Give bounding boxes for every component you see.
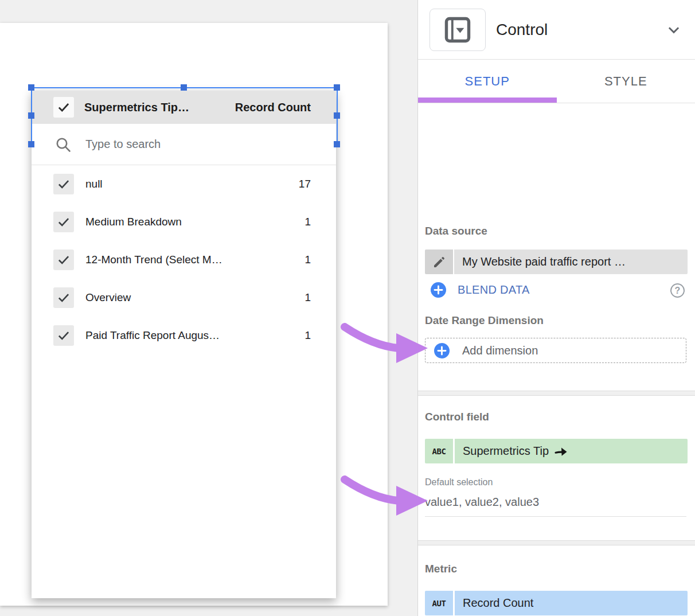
list-item-label: 12-Month Trend (Select M… (85, 254, 304, 266)
control-field-chip[interactable]: ABC Supermetrics Tip (425, 439, 688, 463)
row-checkbox[interactable] (53, 212, 74, 232)
filter-control-list[interactable]: Supermetrics Tip… Record Count null 17 M… (32, 91, 336, 598)
list-item[interactable]: 12-Month Trend (Select M… 1 (32, 241, 336, 279)
data-source-label: Data source (425, 225, 487, 237)
input-underline (425, 516, 686, 517)
panel-header: Control (418, 0, 695, 60)
metric-field-name: Record Count (455, 591, 688, 615)
annotation-arrow-metric (340, 475, 431, 524)
resize-handle-bottom-left[interactable] (28, 141, 34, 147)
resize-handle-bottom-right[interactable] (334, 141, 340, 147)
list-item[interactable]: Paid Traffic Report Augus… 1 (32, 317, 336, 354)
list-item-label: Medium Breakdown (85, 216, 304, 228)
list-item-count: 1 (304, 291, 311, 304)
check-icon (56, 252, 71, 267)
panel-title: Control (496, 21, 665, 39)
list-item-label: null (85, 178, 299, 190)
list-item-count: 1 (304, 254, 311, 266)
row-checkbox[interactable] (53, 325, 74, 346)
data-source-name: My Website paid traffic report … (454, 249, 688, 274)
list-item-label: Paid Traffic Report Augus… (85, 329, 304, 342)
metric-label: Metric (425, 563, 457, 575)
control-field-label: Control field (425, 411, 489, 423)
control-field-name: Supermetrics Tip (455, 439, 688, 463)
row-checkbox[interactable] (53, 249, 74, 270)
select-all-checkbox[interactable] (53, 97, 74, 118)
resize-handle-middle-right[interactable] (334, 112, 340, 119)
control-metric-header: Record Count (235, 101, 311, 114)
add-dimension-button[interactable]: Add dimension (425, 338, 686, 363)
default-selection-label: Default selection (425, 477, 493, 488)
check-icon (56, 215, 71, 229)
properties-panel: Control SETUP STYLE Data source My Websi… (417, 0, 695, 616)
row-checkbox[interactable] (53, 287, 74, 308)
search-icon (54, 136, 72, 153)
check-icon (56, 328, 71, 343)
list-item[interactable]: null 17 (32, 165, 336, 203)
search-input[interactable] (84, 137, 311, 151)
looker-studio-editor: Supermetrics Tip… Record Count null 17 M… (0, 0, 695, 616)
row-checkbox[interactable] (53, 174, 74, 194)
active-tab-indicator (418, 98, 557, 103)
resize-handle-top-middle[interactable] (181, 84, 187, 91)
check-icon (56, 177, 71, 192)
pencil-icon (432, 255, 446, 269)
blend-data-button[interactable]: BLEND DATA (431, 282, 530, 298)
control-type-button[interactable] (430, 9, 486, 51)
add-dimension-label: Add dimension (462, 344, 538, 357)
data-source-chip[interactable]: My Website paid traffic report … (425, 249, 688, 274)
section-divider (418, 540, 695, 545)
dropdown-control-icon (443, 15, 473, 45)
resize-handle-top-right[interactable] (334, 84, 340, 91)
check-icon (56, 290, 71, 305)
resize-handle-top-left[interactable] (28, 84, 34, 91)
metric-chip[interactable]: AUT Record Count (425, 591, 688, 615)
check-icon (56, 100, 71, 115)
field-name-text: Supermetrics Tip (463, 445, 549, 458)
list-item-count: 1 (304, 216, 311, 228)
edit-data-source-button[interactable] (425, 249, 453, 274)
question-mark-icon[interactable]: ? (670, 283, 685, 298)
resize-handle-middle-left[interactable] (28, 112, 34, 119)
list-item-label: Overview (85, 291, 304, 304)
plus-icon (431, 282, 446, 298)
list-item-count: 17 (299, 178, 311, 190)
control-dimension-header: Supermetrics Tip… (84, 101, 235, 114)
filter-search-row[interactable] (32, 124, 336, 165)
panel-tabs: SETUP STYLE (418, 60, 695, 103)
list-item-count: 1 (304, 329, 311, 342)
plus-icon (434, 343, 450, 358)
list-item[interactable]: Medium Breakdown 1 (32, 203, 336, 241)
chevron-down-icon[interactable] (665, 21, 682, 38)
tab-style[interactable]: STYLE (557, 60, 695, 103)
tab-setup[interactable]: SETUP (418, 60, 557, 103)
filter-control-header[interactable]: Supermetrics Tip… Record Count (32, 91, 336, 124)
list-item[interactable]: Overview 1 (32, 279, 336, 317)
default-selection-value[interactable]: value1, value2, value3 (425, 496, 539, 509)
right-arrow-icon (554, 445, 568, 458)
field-type-badge: ABC (425, 439, 453, 463)
metric-type-badge: AUT (425, 591, 453, 615)
date-range-dimension-label: Date Range Dimension (425, 314, 544, 327)
annotation-arrow-control-field (340, 323, 431, 371)
blend-data-label: BLEND DATA (458, 283, 530, 297)
section-divider (418, 391, 695, 396)
